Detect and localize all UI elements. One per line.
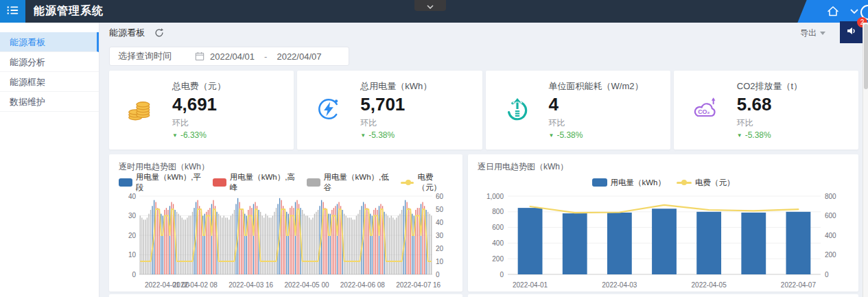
down-triangle-icon: ▼: [737, 132, 742, 139]
export-button[interactable]: 导出: [800, 27, 825, 39]
lightning-icon: [315, 96, 342, 125]
legend-item-fee[interactable]: 电费（元）: [677, 178, 735, 188]
kpi-value: 5.68: [737, 94, 802, 115]
svg-text:2022-04-01: 2022-04-01: [513, 281, 548, 289]
kpi-label: 单位面积能耗（W/m2）: [549, 80, 644, 93]
calendar-icon: [195, 51, 204, 61]
hourly-chart-legend: 用电量（kWh）,平段 用电量（kWh）,高峰 用电量（kWh）,低谷 电费（元…: [119, 174, 453, 191]
page-scrollbar[interactable]: [863, 23, 868, 297]
sidebar-item-energy-analysis[interactable]: 能源分析: [0, 52, 99, 72]
svg-text:10: 10: [128, 251, 137, 259]
breadcrumb: 能源看板: [109, 27, 145, 39]
hourly-usage-plot: 01020304001020304050602022-04-01 002022-…: [119, 191, 453, 292]
next-card-left: [109, 294, 462, 297]
svg-text:30: 30: [128, 212, 137, 219]
kpi-compare-label: 环比: [172, 117, 226, 129]
daily-chart-legend: 用电量（kWh） 电费（元）: [478, 174, 849, 191]
svg-text:400: 400: [492, 239, 504, 247]
chevron-down-icon[interactable]: [850, 9, 858, 14]
svg-text:2022-04-06 08: 2022-04-06 08: [340, 281, 385, 289]
kpi-row: 总电费（元） 4,691 环比 ▼-6.33%: [109, 71, 858, 150]
chevron-down-icon: [427, 0, 434, 12]
svg-text:200: 200: [825, 251, 836, 259]
kpi-card-total-usage: 总用电量（kWh） 5,701 环比 ▼-5.38%: [297, 71, 482, 150]
svg-text:1,000: 1,000: [486, 193, 504, 200]
kpi-card-co2-emission: CO₂ CO2排放量（t） 5.68 环比 ▼-5.38%: [674, 71, 858, 150]
next-cards-row: [109, 294, 858, 297]
refresh-icon: [154, 28, 164, 38]
svg-text:0: 0: [500, 271, 504, 278]
kpi-value: 4: [549, 94, 644, 115]
sidebar-item-energy-dashboard[interactable]: 能源看板: [0, 32, 99, 52]
daily-chart-title: 逐日用电趋势图（kWh）: [478, 161, 849, 173]
svg-text:800: 800: [825, 193, 836, 200]
legend-item-flat[interactable]: 用电量（kWh）,平段: [119, 172, 202, 193]
date-picker-label: 选择查询时间: [118, 50, 172, 62]
kpi-card-total-fee: 总电费（元） 4,691 环比 ▼-6.33%: [109, 71, 294, 150]
page: 能源管理系统 能源看板 能源分析 能源框架 数据维护: [0, 0, 868, 297]
scrollbar-thumb[interactable]: [864, 24, 868, 89]
refresh-button[interactable]: [154, 28, 164, 38]
kpi-delta: ▼-5.38%: [360, 130, 432, 140]
svg-text:40: 40: [436, 219, 444, 226]
legend-item-usage[interactable]: 用电量（kWh）: [592, 178, 666, 188]
svg-text:2022-04-07 16: 2022-04-07 16: [396, 281, 441, 289]
hourly-chart-title: 逐时用电趋势图（kWh）: [119, 161, 453, 173]
down-triangle-icon: ▼: [172, 132, 178, 139]
next-card-right: [468, 294, 858, 297]
kpi-delta: ▼-5.38%: [549, 130, 644, 140]
notifications-button[interactable]: 2: [840, 21, 863, 43]
kpi-compare-label: 环比: [737, 117, 802, 129]
svg-text:10: 10: [436, 258, 444, 265]
end-date-value[interactable]: 2022/04/07: [277, 51, 321, 62]
svg-text:0: 0: [132, 271, 136, 278]
svg-text:600: 600: [825, 212, 836, 219]
toolbar: 能源看板 导出: [109, 23, 858, 43]
legend-item-peak[interactable]: 用电量（kWh）,高峰: [213, 172, 296, 193]
svg-text:800: 800: [492, 208, 504, 215]
kpi-compare-label: 环比: [549, 117, 644, 129]
svg-text:2022-04-03: 2022-04-03: [602, 281, 637, 289]
svg-text:2022-04-03 16: 2022-04-03 16: [228, 281, 273, 289]
co2-icon: CO₂: [692, 96, 719, 125]
svg-text:30: 30: [436, 232, 444, 239]
home-icon[interactable]: [827, 5, 839, 17]
start-date-value[interactable]: 2022/04/01: [210, 51, 255, 62]
kpi-label: CO2排放量（t）: [737, 80, 802, 93]
svg-text:0: 0: [436, 271, 440, 278]
legend-item-fee[interactable]: 电费（元）: [401, 172, 453, 193]
svg-text:2022-04-02 08: 2022-04-02 08: [173, 281, 218, 289]
svg-text:400: 400: [825, 232, 836, 239]
kpi-delta: ▼-5.38%: [737, 130, 802, 140]
app-header: 能源管理系统: [0, 0, 868, 23]
sidebar-item-data-maintenance[interactable]: 数据维护: [0, 92, 99, 112]
charts-row: 逐时用电趋势图（kWh） 用电量（kWh）,平段 用电量（kWh）,高峰 用电量…: [109, 154, 858, 292]
collapse-tab[interactable]: [414, 0, 446, 11]
kpi-compare-label: 环比: [360, 117, 432, 129]
svg-text:20: 20: [128, 232, 137, 239]
coins-icon: [127, 96, 154, 125]
svg-text:600: 600: [492, 224, 504, 231]
kpi-card-unit-area-energy: 单位面积能耗（W/m2） 4 环比 ▼-5.38%: [486, 71, 670, 150]
date-range-picker[interactable]: 选择查询时间 2022/04/01 - 2022/04/07: [109, 47, 349, 66]
kpi-label: 总电费（元）: [172, 80, 226, 93]
down-triangle-icon: ▼: [549, 132, 554, 139]
kpi-label: 总用电量（kWh）: [360, 80, 432, 93]
svg-text:200: 200: [492, 255, 504, 263]
speaker-icon: [846, 25, 857, 39]
menu-list-icon: [6, 4, 20, 19]
power-icon: [504, 96, 531, 125]
svg-text:2022-04-05 00: 2022-04-05 00: [284, 281, 329, 289]
svg-text:0: 0: [825, 271, 829, 278]
legend-item-valley[interactable]: 用电量（kWh）,低谷: [307, 172, 390, 193]
main-content: 2 能源看板 导出 选择查询时间: [99, 23, 868, 297]
svg-text:CO₂: CO₂: [698, 108, 709, 115]
svg-text:50: 50: [436, 206, 444, 213]
sidebar: 能源看板 能源分析 能源框架 数据维护: [0, 23, 99, 297]
date-separator: -: [264, 51, 267, 62]
kpi-delta: ▼-6.33%: [172, 130, 226, 140]
svg-text:2022-04-07: 2022-04-07: [781, 281, 817, 289]
menu-toggle-button[interactable]: [0, 0, 25, 23]
down-triangle-icon: ▼: [360, 132, 366, 139]
sidebar-item-energy-framework[interactable]: 能源框架: [0, 72, 99, 92]
